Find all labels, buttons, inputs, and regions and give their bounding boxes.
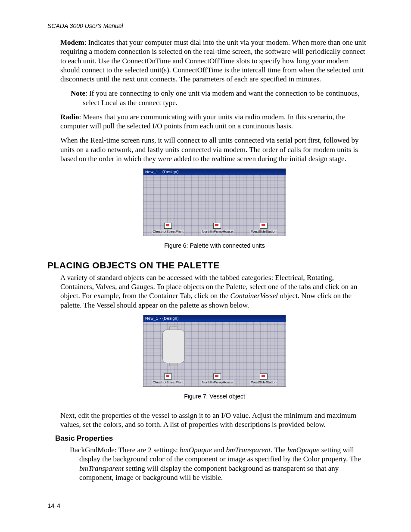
label-radio: Radio [60,113,79,121]
unit-item: ChestnutStreetPlant [152,373,184,385]
page-number: 14-4 [47,502,369,509]
unit-item: NorthlinPumpHouse [201,223,234,234]
unit-label: WestSideStation [250,380,277,385]
unit-label: ChestnutStreetPlant [152,230,184,234]
text-radio: : Means that you are communicating with … [60,113,345,130]
unit-icon [260,223,268,229]
subheading-basic-properties: Basic Properties [55,434,369,443]
design-canvas: ChestnutStreetPlant NorthlinPumpHouse We… [143,175,286,236]
figure-caption: Figure 6: Palette with connected units [60,242,369,250]
unit-item: NorthlinPumpHouse [201,373,234,385]
unit-label: WestSideStation [250,230,277,234]
window-titlebar: New_1 - (Design) [143,169,286,175]
paragraph-modem: Modem: Indicates that your computer must… [60,38,369,84]
label-modem: Modem [60,38,84,47]
property-backgndmode: BackGndMode: There are 2 settings: bmOpa… [70,445,369,482]
figure-6: New_1 - (Design) ChestnutStreetPlant Nor… [60,168,369,250]
paragraph-radio: Radio: Means that you are communicating … [60,112,369,131]
designer-window-1: New_1 - (Design) ChestnutStreetPlant Nor… [143,168,286,236]
prop-text-a: : There are 2 settings: [115,446,180,454]
prop-text-b: and [212,446,226,454]
paragraph-next: Next, edit the properties of the vessel … [60,411,369,429]
unit-icon [213,373,221,380]
unit-row: ChestnutStreetPlant NorthlinPumpHouse We… [143,373,286,385]
window-titlebar: New_1 - (Design) [143,315,286,322]
unit-label: ChestnutStreetPlant [152,380,184,385]
note-block: Note: If you are connecting to only one … [71,89,369,107]
prop-em4: bmTransparent [79,464,124,473]
running-header: SCADA 3000 User's Manual [47,22,369,29]
emph-containervessel: ContainerVessel [230,292,278,300]
figure-7: New_1 - (Design) ChestnutStreetPlant Nor… [60,315,369,401]
property-block: BackGndMode: There are 2 settings: bmOpa… [70,445,369,482]
figure-caption: Figure 7: Vessel object [60,393,369,401]
unit-item: ChestnutStreetPlant [152,223,184,234]
prop-em3: bmOpaque [287,446,320,454]
text-modem: : Indicates that your computer must dial… [60,38,366,83]
unit-icon [260,373,268,380]
label-note: Note [71,89,85,97]
unit-label: NorthlinPumpHouse [201,380,234,385]
unit-icon [213,223,221,229]
unit-row: ChestnutStreetPlant NorthlinPumpHouse We… [143,223,286,234]
prop-em2: bmTransparent [226,446,271,454]
paragraph-realtime: When the Real-time screen runs, it will … [60,136,369,163]
unit-label: NorthlinPumpHouse [201,230,234,234]
design-canvas: ChestnutStreetPlant NorthlinPumpHouse We… [143,322,286,386]
unit-item: WestSideStation [250,223,277,234]
unit-icon [164,373,172,380]
unit-item: WestSideStation [250,373,277,385]
page: SCADA 3000 User's Manual Modem: Indicate… [0,0,411,526]
prop-em1: bmOpaque [180,446,212,454]
unit-icon [164,223,172,229]
designer-window-2: New_1 - (Design) ChestnutStreetPlant Nor… [143,315,286,387]
paragraph-placing: A variety of standard objects can be acc… [60,273,369,310]
body-text-block-2: A variety of standard objects can be acc… [60,273,369,429]
property-name: BackGndMode [70,446,115,454]
vessel-object [162,330,185,363]
text-note: : If you are connecting to only one unit… [83,89,359,106]
prop-text-c: . The [271,446,287,454]
body-text-block: Modem: Indicates that your computer must… [60,38,369,250]
section-heading-placing: PLACING OBJECTS ON THE PALETTE [47,260,369,271]
